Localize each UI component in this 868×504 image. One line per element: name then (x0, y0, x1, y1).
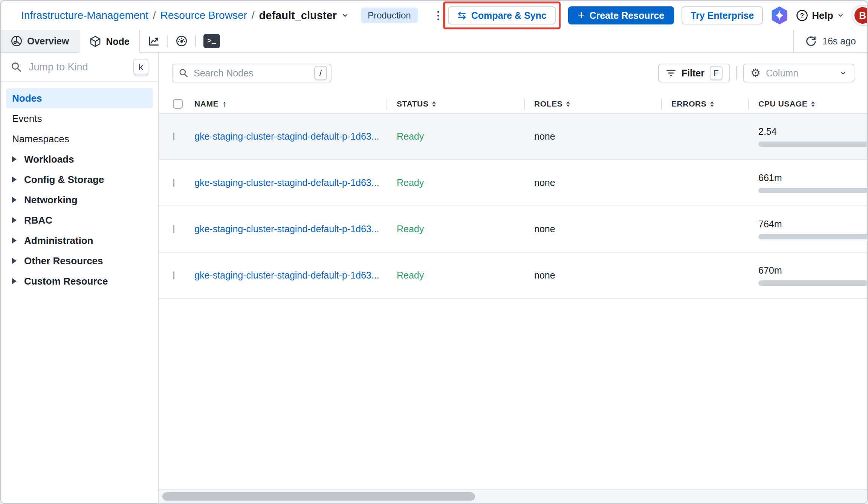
tab-node[interactable]: Node (79, 30, 140, 53)
node-name-link[interactable]: gke-staging-cluster-stagind-default-p-1d… (194, 177, 379, 188)
search-nodes-placeholder: Search Nodes (194, 68, 309, 79)
breadcrumb-resource-browser[interactable]: Resource Browser (160, 9, 247, 21)
node-status: Ready (387, 131, 524, 142)
table-body: gke-staging-cluster-stagind-default-p-1d… (159, 114, 867, 299)
cpu-usage-value: 661m (758, 172, 867, 183)
node-name-link[interactable]: gke-staging-cluster-stagind-default-p-1d… (194, 224, 379, 234)
horizontal-scrollbar-thumb[interactable] (162, 492, 475, 501)
sort-icon (811, 101, 815, 107)
tab-metrics-chart[interactable] (140, 30, 167, 52)
row-checkbox[interactable] (173, 271, 174, 279)
table-row: gke-staging-cluster-stagind-default-p-1d… (159, 253, 867, 299)
gear-icon: ⚙ (750, 67, 761, 79)
filter-button[interactable]: Filter F (658, 64, 730, 82)
cpu-usage-value: 670m (758, 265, 867, 276)
breadcrumb-separator: / (153, 9, 156, 21)
sidebar-item-events[interactable]: Events (6, 108, 153, 129)
node-cube-icon (89, 35, 101, 47)
jump-to-kind-placeholder: Jump to Kind (29, 61, 127, 73)
compare-sync-button[interactable]: Compare & Sync (448, 6, 556, 24)
sidebar-group-config-storage[interactable]: Config & Storage (6, 169, 153, 190)
sparkle-ai-icon[interactable] (770, 6, 789, 24)
breadcrumb-more-menu-icon[interactable] (434, 9, 443, 23)
help-menu[interactable]: ? Help (796, 9, 844, 21)
caret-right-icon (12, 238, 17, 244)
help-chevron-icon (837, 12, 844, 19)
create-resource-button[interactable]: + Create Resource (568, 6, 674, 24)
filter-icon (666, 68, 676, 78)
top-bar: Infrastructure-Management / Resource Bro… (1, 1, 867, 30)
sidebar-item-namespaces[interactable]: Namespaces (6, 129, 153, 149)
sidebar-group-custom-resource[interactable]: Custom Resource (6, 271, 153, 291)
svg-text:?: ? (800, 12, 804, 19)
caret-right-icon (12, 258, 17, 264)
annotation-highlight-box: Compare & Sync (443, 2, 561, 29)
node-status: Ready (387, 270, 524, 281)
sort-icon (566, 101, 570, 107)
column-chevron-icon (839, 69, 847, 77)
sidebar-item-nodes[interactable]: Nodes (6, 88, 153, 108)
shortcut-key-badge: k (133, 59, 148, 75)
sidebar-group-networking[interactable]: Networking (6, 190, 153, 210)
tab-terminal[interactable]: >_ (196, 30, 228, 52)
cpu-usage-bar (758, 188, 867, 193)
table-row: gke-staging-cluster-stagind-default-p-1d… (159, 160, 867, 206)
user-menu[interactable]: B (851, 5, 868, 26)
row-checkbox[interactable] (173, 225, 174, 233)
controls-divider (736, 66, 737, 80)
select-all-checkbox[interactable] (173, 99, 183, 109)
column-header-errors[interactable]: ERRORS (661, 95, 748, 113)
sidebar-group-other-resources[interactable]: Other Resources (6, 251, 153, 271)
sort-icon (710, 101, 714, 107)
sidebar-group-workloads[interactable]: Workloads (6, 149, 153, 169)
node-roles: none (524, 270, 661, 281)
node-status: Ready (387, 224, 524, 234)
node-status: Ready (387, 177, 524, 188)
row-checkbox[interactable] (173, 179, 174, 187)
question-circle-icon: ? (796, 9, 808, 21)
column-header-name[interactable]: NAME↑ (194, 95, 387, 113)
column-header-roles[interactable]: ROLES (524, 95, 661, 113)
tab-overview[interactable]: Overview (1, 30, 79, 52)
terminal-icon: >_ (203, 34, 220, 48)
column-select[interactable]: ⚙ Column (743, 64, 854, 82)
try-enterprise-button[interactable]: Try Enterprise (682, 6, 763, 24)
kind-sidebar: Jump to Kind k Nodes Events Namespaces W… (1, 53, 159, 503)
breadcrumb-separator: / (252, 9, 255, 21)
refresh-area[interactable]: 16s ago (793, 30, 867, 52)
caret-right-icon (12, 177, 17, 183)
node-name-link[interactable]: gke-staging-cluster-stagind-default-p-1d… (194, 270, 379, 281)
horizontal-scrollbar[interactable] (159, 489, 867, 503)
filter-shortcut-badge: F (710, 66, 723, 80)
cpu-usage-value: 764m (758, 219, 867, 230)
search-nodes-input[interactable]: Search Nodes / (172, 64, 332, 82)
row-checkbox[interactable] (173, 132, 174, 140)
search-icon (11, 61, 22, 73)
jump-to-kind-search[interactable]: Jump to Kind k (1, 53, 158, 82)
app-window: Infrastructure-Management / Resource Bro… (0, 0, 868, 504)
table-row: gke-staging-cluster-stagind-default-p-1d… (159, 206, 867, 253)
slash-shortcut-badge: / (314, 66, 327, 80)
node-list-panel: Search Nodes / Filter F ⚙ Column (159, 53, 867, 503)
cpu-usage-bar (758, 142, 867, 147)
caret-right-icon (12, 197, 17, 203)
refresh-icon[interactable] (805, 35, 816, 47)
sort-asc-icon: ↑ (222, 99, 227, 109)
column-header-cpu-usage[interactable]: CPU USAGE (748, 95, 867, 113)
sidebar-group-rbac[interactable]: RBAC (6, 210, 153, 230)
avatar: B (854, 7, 868, 24)
plus-icon: + (578, 9, 585, 21)
breadcrumb: Infrastructure-Management / Resource Bro… (21, 8, 443, 23)
sidebar-group-administration[interactable]: Administration (6, 230, 153, 251)
tab-gauge-dashboard[interactable] (168, 30, 195, 52)
nodes-table: NAME↑ STATUS ROLES ERRORS CPU USAGE (159, 95, 867, 299)
column-header-status[interactable]: STATUS (387, 95, 524, 113)
breadcrumb-infrastructure-management[interactable]: Infrastructure-Management (21, 9, 148, 21)
header-actions: Compare & Sync + Create Resource Try Ent… (443, 2, 868, 29)
node-name-link[interactable]: gke-staging-cluster-stagind-default-p-1d… (194, 131, 379, 142)
cluster-dropdown-chevron-icon[interactable] (341, 12, 349, 19)
cluster-name[interactable]: default_cluster (259, 9, 337, 22)
list-controls: Search Nodes / Filter F ⚙ Column (172, 64, 854, 82)
environment-badge: Production (361, 8, 418, 23)
cpu-usage-bar (758, 234, 867, 239)
